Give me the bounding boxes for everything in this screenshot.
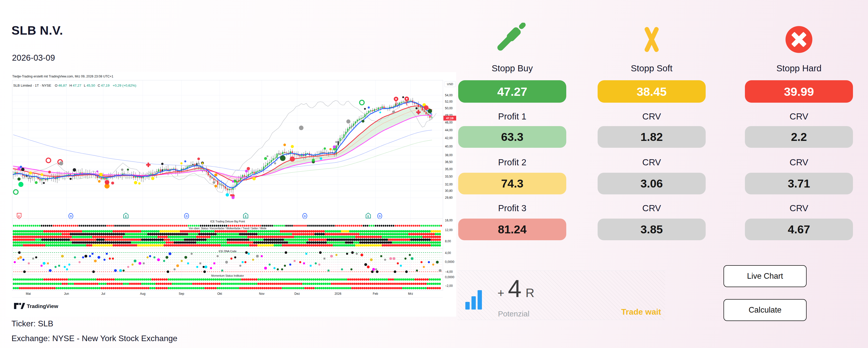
row-label: CRV [745,157,853,167]
svg-text:Sep: Sep [179,292,184,295]
potential-unit: R [526,286,534,300]
svg-text:Mai: Mai [26,292,31,295]
svg-text:Dez: Dez [294,292,300,295]
svg-text:52,00: 52,00 [445,100,453,103]
svg-text:46,00: 46,00 [445,121,453,124]
row-value-pill: 4.67 [745,219,853,240]
potential-panel: + 4 R Potenzial Trade wait [458,271,665,320]
calculate-button[interactable]: Calculate [723,299,807,321]
svg-text:16,00: 16,00 [445,219,453,222]
time-axis: MaiJunJulAugSepOktNovDez2026FebMrz [26,292,413,295]
svg-text:−2,00: −2,00 [445,284,453,288]
stopp-column-label: Stopp Hard [745,63,853,73]
stopp-column-label: Stopp Soft [598,63,706,73]
svg-text:33,50: 33,50 [445,175,453,178]
row-value-pill: 3.06 [598,173,706,194]
svg-text:Mrz: Mrz [408,292,413,295]
row-value-pill: 63.3 [458,126,566,148]
svg-text:Jul: Jul [101,292,105,295]
page-title: SLB N.V. [11,24,63,37]
svg-text:36,50: 36,50 [445,160,453,164]
svg-text:30,80: 30,80 [445,189,453,193]
gavel-icon [458,19,566,60]
svg-text:29,60: 29,60 [445,196,453,199]
row-value-pill: 74.3 [458,173,566,194]
svg-text:35,00: 35,00 [445,167,453,171]
svg-text:USD: USD [447,83,453,86]
chart-attribution: Tiedje-Trading erstellt mit TradingView.… [12,75,114,78]
svg-text:D: D [186,215,187,218]
event-markers: EDEDEDED [17,213,382,219]
row-label: CRV [598,111,706,122]
tradingview-logo: TradingView [14,303,58,309]
svg-text:−4,00: −4,00 [445,270,453,274]
svg-text:4,00: 4,00 [445,251,451,255]
svg-text:32,00: 32,00 [445,183,453,186]
potential-value: + 4 R [497,277,534,301]
stopp-value-pill: 38.45 [598,80,706,103]
svg-text:Momentum Status Indikator: Momentum Status Indikator [211,274,244,277]
svg-text:0,0000: 0,0000 [445,275,455,279]
stopp-column-label: Stopp Buy [458,63,566,73]
svg-text:Jun: Jun [64,292,69,295]
row-label: CRV [598,157,706,167]
row-label: Profit 3 [458,203,566,213]
row-value-pill: 81.24 [458,219,566,240]
svg-text:0,0000: 0,0000 [445,260,455,264]
svg-text:44,00: 44,00 [445,128,453,132]
potential-prefix: + [497,286,504,300]
x-icon [598,19,706,60]
svg-text:12,00: 12,00 [445,228,453,232]
stopp-column-stopp-soft: Stopp Soft38.45CRV1.82CRV3.06CRV3.85 [598,19,706,248]
svg-text:D: D [379,215,380,218]
grid-lines [12,80,443,290]
svg-text:47,19: 47,19 [446,117,454,120]
momentum-panel [13,279,441,289]
candles-layer [13,98,432,194]
row-value-pill: 1.82 [598,126,706,148]
tradingview-chart: EDEDEDEDUSD54,0052,0050,0048,0046,0044,0… [6,72,456,317]
stopp-value-pill: 47.27 [458,80,566,103]
row-value-pill: 3.85 [598,219,706,240]
svg-text:D: D [304,215,306,218]
stopp-column-stopp-buy: Stopp Buy47.27Profit 163.3Profit 274.3Pr… [458,19,566,248]
svg-text:Okt: Okt [217,292,222,295]
svg-text:Aug: Aug [140,292,145,295]
svg-text:E: E [245,215,247,218]
potential-label: Potenzial [498,310,529,318]
stopp-column-stopp-hard: Stopp Hard39.99CRV2.2CRV3.71CRV4.67 [745,19,853,248]
svg-text:Nov: Nov [259,292,264,295]
price-axis: USD54,0052,0050,0048,0046,0044,0042,0040… [443,81,456,288]
bar-chart-icon [465,290,482,310]
svg-text:8,00: 8,00 [445,240,451,243]
row-value-pill: 2.2 [745,126,853,148]
row-label: CRV [745,203,853,213]
svg-text:40,00: 40,00 [445,145,453,148]
svg-text:E: E [368,215,369,218]
svg-text:50,00: 50,00 [445,106,453,110]
row-label: CRV [598,203,706,213]
svg-text:E: E [125,215,127,218]
svg-text:Von oben: Status / Kerzenfarbe: Von oben: Status / Kerzenfarbe / Wolkenf… [189,227,267,230]
dna-panel [13,251,442,273]
ohlc-legend: SLB Limited · 1T · NYSEO46,87H47,27L45,5… [13,84,136,87]
row-value-pill: 3.71 [745,173,853,194]
svg-text:E: E [18,215,20,218]
svg-text:ICE DNA Code: ICE DNA Code [219,250,237,253]
live-chart-button[interactable]: Live Chart [723,265,807,287]
svg-text:42,00: 42,00 [445,136,453,140]
exchange-line: Exchange: NYSE - New York Stock Exchange [11,334,177,343]
potential-number: 4 [508,277,521,301]
page-date: 2026-03-09 [12,53,55,63]
svg-text:Feb: Feb [373,292,378,295]
ticker-line: Ticker: SLB [11,319,53,328]
row-label: Profit 1 [458,111,566,122]
svg-text:2026: 2026 [335,292,341,295]
svg-text:TradingView: TradingView [27,303,58,309]
svg-text:D: D [70,215,72,218]
row-label: Profit 2 [458,157,566,167]
svg-text:38,00: 38,00 [445,153,453,157]
svg-text:54,00: 54,00 [445,94,453,97]
stopp-value-pill: 39.99 [745,80,853,103]
tradingview-chart-canvas: EDEDEDEDUSD54,0052,0050,0048,0046,0044,0… [6,72,456,317]
